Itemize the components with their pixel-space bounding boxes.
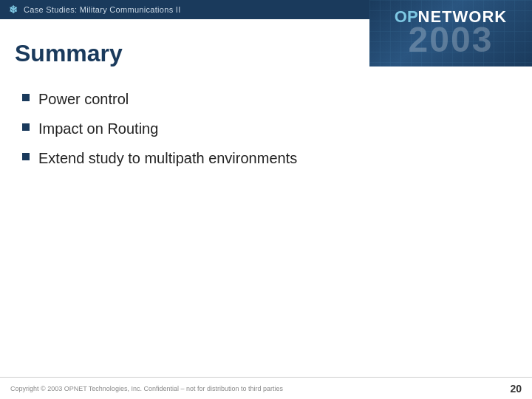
content-area: Summary Power control Impact on Routing … (0, 19, 532, 377)
copyright-text: Copyright © 2003 OPNET Technologies, Inc… (10, 385, 283, 392)
bullet-list: Power control Impact on Routing Extend s… (22, 89, 510, 168)
bullet-icon (22, 94, 30, 101)
page-number: 20 (510, 383, 522, 395)
bullet-text-1: Power control (38, 89, 129, 109)
summary-heading: Summary (15, 40, 510, 67)
bullet-text-2: Impact on Routing (38, 119, 158, 138)
bullet-icon (22, 123, 30, 131)
list-item: Power control (22, 89, 510, 109)
bullet-icon (22, 153, 30, 160)
snowflake-icon: ❄ (9, 4, 18, 16)
footer: Copyright © 2003 OPNET Technologies, Inc… (0, 377, 532, 399)
slide-title: Case Studies: Military Communications II (24, 5, 181, 14)
slide: ❄ Case Studies: Military Communications … (0, 0, 532, 399)
list-item: Impact on Routing (22, 119, 510, 138)
list-item: Extend study to multipath environments (22, 149, 510, 168)
bullet-text-3: Extend study to multipath environments (38, 149, 297, 168)
